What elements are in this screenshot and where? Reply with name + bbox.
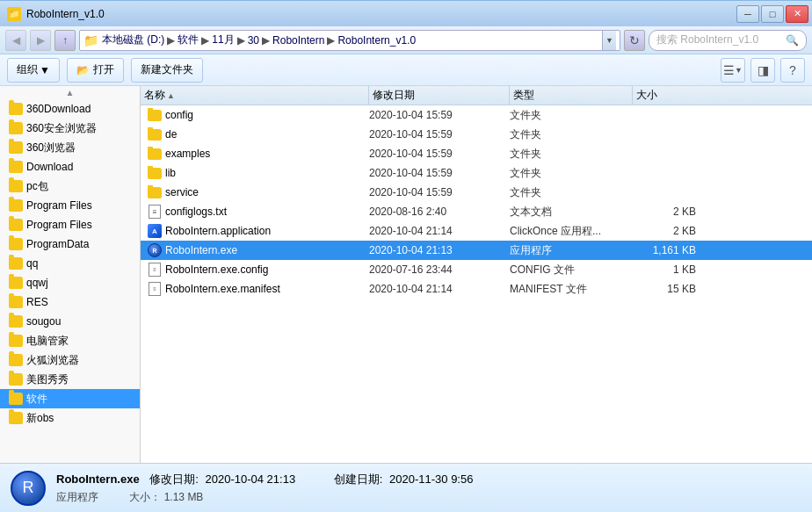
sidebar-item-4[interactable]: pc包	[0, 177, 140, 196]
table-row[interactable]: configlogs.txt2020-08-16 2:40文本文档2 KB	[141, 202, 812, 221]
sidebar-item-label: ProgramData	[26, 238, 89, 250]
breadcrumb-robointernv1[interactable]: RoboIntern_v1.0	[337, 34, 416, 47]
file-name: RoboIntern.exe.config	[165, 263, 268, 276]
organize-button[interactable]: 组织 ▼	[7, 58, 60, 83]
sidebar-item-label: 360Download	[26, 103, 91, 115]
folder-icon	[9, 296, 23, 308]
file-date: 2020-08-16 2:40	[369, 206, 510, 218]
file-date: 2020-10-04 21:13	[369, 244, 510, 256]
sidebar-item-12[interactable]: 电脑管家	[0, 331, 140, 350]
sidebar-item-label: 电脑管家	[26, 334, 69, 349]
open-button[interactable]: 📂 打开	[67, 58, 124, 83]
file-type-icon-folder	[148, 185, 162, 199]
file-date: 2020-07-16 23:44	[369, 263, 510, 276]
sidebar-item-1[interactable]: 360安全浏览器	[0, 119, 140, 138]
refresh-button[interactable]: ↻	[624, 30, 645, 51]
file-name: configlogs.txt	[165, 206, 227, 218]
breadcrumb-11[interactable]: 11月	[212, 32, 234, 47]
file-icon-name-1: de	[141, 127, 369, 141]
breadcrumb-localdisk[interactable]: 本地磁盘 (D:)	[102, 32, 164, 47]
column-date-header[interactable]: 修改日期	[369, 86, 510, 105]
sidebar-item-9[interactable]: qqwj	[0, 273, 140, 292]
title-bar: 📁 RoboIntern_v1.0 ─ □ ✕	[0, 0, 812, 26]
table-row[interactable]: de2020-10-04 15:59文件夹	[141, 125, 812, 144]
table-row[interactable]: lib2020-10-04 15:59文件夹	[141, 163, 812, 183]
file-type: MANIFEST 文件	[510, 282, 633, 297]
back-button[interactable]: ◀	[5, 30, 26, 51]
sidebar: ▲ 360Download360安全浏览器360浏览器Downloadpc包Pr…	[0, 86, 141, 463]
minimize-button[interactable]: ─	[736, 5, 759, 23]
file-type: 文件夹	[510, 185, 633, 200]
forward-button[interactable]: ▶	[30, 30, 51, 51]
sidebar-item-label: qq	[26, 257, 38, 270]
column-type-header[interactable]: 类型	[510, 86, 633, 105]
folder-icon	[9, 257, 23, 270]
up-button[interactable]: ↑	[54, 30, 76, 51]
view-button[interactable]: ☰ ▼	[721, 58, 745, 83]
table-row[interactable]: service2020-10-04 15:59文件夹	[141, 183, 812, 202]
folder-icon	[9, 315, 23, 328]
address-bar[interactable]: 📁 本地磁盘 (D:) ▶ 软件 ▶ 11月 ▶ 30 ▶ RoboIntern…	[79, 30, 620, 51]
file-date: 2020-10-04 15:59	[369, 186, 510, 198]
sidebar-item-label: Program Files	[26, 219, 92, 231]
breadcrumb-robointern[interactable]: RoboIntern	[272, 34, 324, 47]
file-type-icon-exe: R	[148, 243, 162, 257]
sidebar-item-5[interactable]: Program Files	[0, 196, 140, 215]
new-folder-button[interactable]: 新建文件夹	[131, 58, 203, 83]
sidebar-item-0[interactable]: 360Download	[0, 99, 140, 119]
sidebar-item-label: 360浏览器	[26, 141, 76, 155]
sidebar-item-11[interactable]: sougou	[0, 312, 140, 331]
sidebar-item-14[interactable]: 美图秀秀	[0, 370, 140, 389]
status-file-icon: R	[11, 471, 46, 506]
sidebar-item-16[interactable]: 新obs	[0, 408, 140, 428]
search-box[interactable]: 搜索 RoboIntern_v1.0 🔍	[649, 30, 807, 51]
view-icon: ☰	[723, 63, 735, 77]
sidebar-item-label: 360安全浏览器	[26, 121, 97, 136]
table-row[interactable]: RRoboIntern.exe2020-10-04 21:13应用程序1,161…	[141, 241, 812, 260]
table-row[interactable]: ≡RoboIntern.exe.config2020-07-16 23:44CO…	[141, 260, 812, 279]
sidebar-item-label: 火狐浏览器	[26, 353, 79, 368]
file-type: 文件夹	[510, 108, 633, 123]
file-size: 15 KB	[633, 283, 703, 295]
folder-icon	[9, 335, 23, 347]
file-name: config	[165, 109, 193, 121]
file-type-icon-folder	[148, 108, 162, 122]
table-row[interactable]: ≡RoboIntern.exe.manifest2020-10-04 21:14…	[141, 279, 812, 299]
sidebar-item-15[interactable]: 软件	[0, 389, 140, 408]
file-type: 应用程序	[510, 243, 633, 258]
file-type-icon-txt	[148, 205, 162, 219]
file-name: RoboIntern.application	[165, 225, 271, 237]
sidebar-item-3[interactable]: Download	[0, 157, 140, 177]
sidebar-item-6[interactable]: Program Files	[0, 215, 140, 234]
file-type-icon-app: A	[148, 224, 162, 238]
file-date: 2020-10-04 21:14	[369, 283, 510, 295]
address-dropdown-button[interactable]: ▼	[602, 31, 616, 50]
sidebar-item-2[interactable]: 360浏览器	[0, 138, 140, 157]
sidebar-scroll-up[interactable]: ▲	[0, 86, 140, 99]
breadcrumb-software[interactable]: 软件	[178, 32, 199, 47]
close-button[interactable]: ✕	[786, 5, 808, 23]
table-row[interactable]: examples2020-10-04 15:59文件夹	[141, 144, 812, 163]
sidebar-item-13[interactable]: 火狐浏览器	[0, 350, 140, 370]
file-size: 1,161 KB	[633, 244, 703, 256]
column-name-header[interactable]: 名称 ▲	[141, 86, 369, 105]
sidebar-item-8[interactable]: qq	[0, 254, 140, 273]
file-type-icon-manifest: ≡	[148, 282, 162, 296]
nav-bar: ◀ ▶ ↑ 📁 本地磁盘 (D:) ▶ 软件 ▶ 11月 ▶ 30 ▶ Robo…	[0, 26, 812, 54]
file-icon-name-8: ≡RoboIntern.exe.config	[141, 263, 369, 277]
view-dropdown-icon: ▼	[735, 66, 743, 75]
maximize-button[interactable]: □	[761, 5, 784, 23]
folder-icon	[9, 373, 23, 386]
sidebar-item-10[interactable]: RES	[0, 292, 140, 312]
table-row[interactable]: ARoboIntern.application2020-10-04 21:14C…	[141, 221, 812, 241]
title-bar-left: 📁 RoboIntern_v1.0	[7, 7, 105, 21]
breadcrumb-30[interactable]: 30	[248, 34, 259, 47]
table-row[interactable]: config2020-10-04 15:59文件夹	[141, 105, 812, 125]
status-filename: RoboIntern.exe 修改日期: 2020-10-04 21:13 创建…	[56, 472, 473, 487]
column-size-header[interactable]: 大小	[633, 86, 703, 105]
sidebar-item-7[interactable]: ProgramData	[0, 234, 140, 254]
file-type: 文本文档	[510, 205, 633, 220]
folder-icon	[9, 412, 23, 424]
preview-pane-button[interactable]: ◨	[750, 58, 775, 83]
help-button[interactable]: ?	[780, 58, 805, 83]
